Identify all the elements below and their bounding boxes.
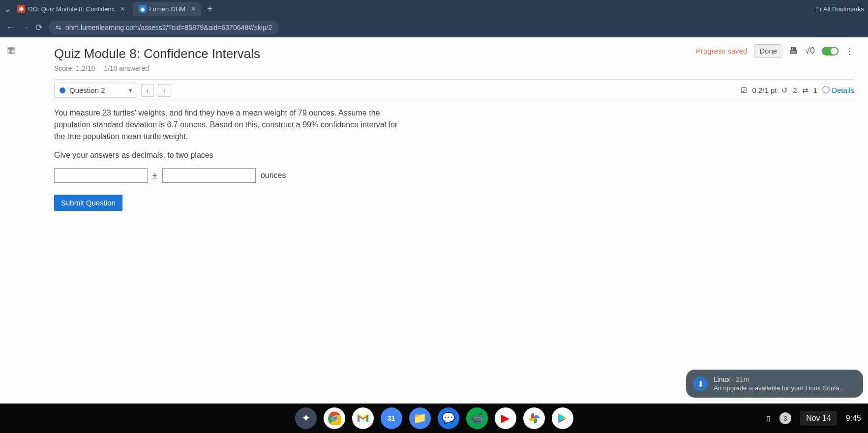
question-text-1: You measure 23 turtles' weights, and fin… [54,107,408,143]
progress-saved-label: Progress saved [696,47,747,55]
forward-button[interactable]: → [21,23,30,33]
submit-question-button[interactable]: Submit Question [54,195,122,211]
score-line: Score: 1.2/10 1/10 answered [54,64,854,72]
tab-lumen-ohm[interactable]: ◆ Lumen OHM × [133,2,202,16]
question-label: Question 2 [69,86,105,94]
meet-icon[interactable]: 📹 [466,407,488,429]
notification-count-badge[interactable]: 3 [779,412,791,424]
plus-minus-symbol: ± [152,169,157,182]
points-text: 0.2/1 pt [752,86,777,94]
retry-count: 2 [793,86,797,94]
system-notification[interactable]: ⬇ Linux · 21m An upgrade is available fo… [686,370,863,398]
question-selector[interactable]: Question 2 ▾ [54,83,137,98]
gmail-icon[interactable] [352,407,374,429]
question-text-2: Give your answers as decimals, to two pl… [54,149,408,161]
all-bookmarks-label: All Bookmarks [823,5,864,13]
system-tray[interactable]: ▯ 3 Nov 14 9:45 [766,411,861,426]
assessment-toolbar: Progress saved Done 🖶 √0 ⋮ [696,44,854,58]
url-text: ohm.lumenlearning.com/assess2/?cid=85879… [65,24,272,31]
details-label: Details [832,86,854,94]
kebab-menu-icon[interactable]: ⋮ [845,46,854,57]
question-nav-bar: Question 2 ▾ ‹ › ☑ 0.2/1 pt ↺ 2 ⇄ 1 ⓘ De… [54,79,854,101]
info-icon: ⓘ [822,86,830,95]
tab-title: DO: Quiz Module 8: Confidenc [28,5,115,13]
close-icon[interactable]: × [191,5,195,13]
done-button[interactable]: Done [754,44,782,58]
clock[interactable]: 9:45 [846,414,861,423]
apps-grid-icon[interactable]: ▦ [7,44,15,55]
back-button[interactable]: ← [6,23,15,33]
messages-icon[interactable]: 💬 [438,407,459,429]
play-store-icon[interactable] [552,407,573,429]
check-icon: ☑ [741,86,747,95]
score-text: Score: 1.2/10 [54,64,95,72]
date-pill[interactable]: Nov 14 [800,411,837,426]
notification-body: An upgrade is available for your Linux C… [714,384,854,392]
notification-time: 21m [736,375,749,383]
chrome-icon[interactable] [324,407,345,429]
answer-margin-input[interactable] [162,168,256,183]
livepoll-toggle[interactable] [822,47,838,56]
tab-quiz-module[interactable]: ✽ DO: Quiz Module 8: Confidenc × [11,2,131,16]
notification-title: Linux [714,375,730,383]
calendar-icon[interactable]: 31 [381,407,402,429]
window-menu-icon[interactable]: ⌄ [4,3,11,14]
url-bar-row: ← → ⟳ ⇆ ohm.lumenlearning.com/assess2/?c… [0,18,868,37]
all-bookmarks-button[interactable]: 🗀 All Bookmarks [815,5,864,13]
browser-tab-strip: ⌄ ✽ DO: Quiz Module 8: Confidenc × ◆ Lum… [0,0,868,18]
download-icon: ⬇ [693,376,708,391]
details-button[interactable]: ⓘ Details [822,86,854,95]
folder-icon: 🗀 [815,5,821,13]
question-meta: ☑ 0.2/1 pt ↺ 2 ⇄ 1 ⓘ Details [741,86,854,95]
question-body: You measure 23 turtles' weights, and fin… [54,107,408,211]
chromeos-shelf: ✦ 31 📁 💬 📹 ▶ ▯ 3 Nov 14 9:45 [0,404,868,433]
address-bar[interactable]: ⇆ ohm.lumenlearning.com/assess2/?cid=858… [49,21,279,34]
retry-icon: ↺ [781,86,788,95]
answer-mean-input[interactable] [54,168,148,183]
new-tab-button[interactable]: + [203,2,216,16]
units-label: ounces [261,170,286,181]
canvas-icon: ✽ [17,5,25,13]
print-icon[interactable]: 🖶 [789,46,798,56]
lumen-icon: ◆ [139,5,147,13]
svg-point-4 [332,417,336,420]
reattempt-icon: ⇄ [802,86,808,95]
youtube-icon[interactable]: ▶ [495,407,516,429]
chevron-down-icon: ▾ [129,87,132,94]
page-content: ▦ Progress saved Done 🖶 √0 ⋮ Quiz Module… [0,37,868,404]
reload-button[interactable]: ⟳ [35,22,43,33]
files-icon[interactable]: 📁 [409,407,431,429]
reattempt-count: 1 [813,86,817,94]
phone-hub-icon[interactable]: ▯ [766,414,771,423]
answer-row: ± ounces [54,168,408,183]
next-question-button[interactable]: › [158,84,171,97]
prev-question-button[interactable]: ‹ [141,84,154,97]
close-icon[interactable]: × [120,5,124,13]
status-dot-icon [60,87,65,93]
answered-text: 1/10 answered [104,64,149,72]
tab-title: Lumen OHM [150,5,186,13]
photos-icon[interactable] [523,407,545,429]
launcher-icon[interactable]: ✦ [295,407,317,429]
math-editor-icon[interactable]: √0 [805,46,815,56]
site-security-icon[interactable]: ⇆ [56,24,61,31]
